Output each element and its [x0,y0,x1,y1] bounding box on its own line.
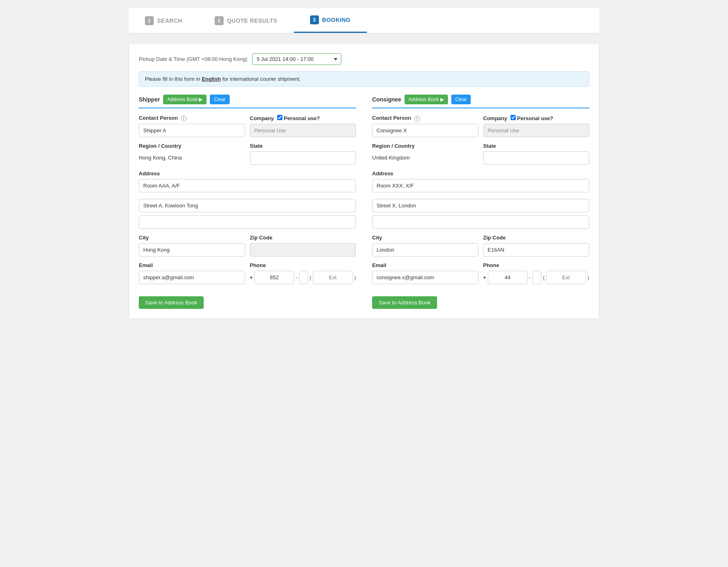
consignee-contact-input[interactable] [372,124,478,137]
step-booking-badge: 3 [310,15,319,24]
consignee-phone-number[interactable] [532,271,541,284]
pickup-label: Pickup Date & Time (GMT +08:00 Hong Kong… [139,56,247,62]
shipper-phone-number[interactable] [299,271,308,284]
consignee-company-group: Company Personal use? [483,115,590,137]
shipper-city-zip-row: City Zip Code [139,235,356,257]
consignee-section: Consignee Address Book ▶ Clear Contact P… [372,95,589,309]
info-text-before: Please fill in this form in [145,76,202,82]
step-booking[interactable]: 3 BOOKING [294,8,367,33]
shipper-address-group: Address [139,170,356,196]
consignee-state-group: State [483,143,590,165]
shipper-state-input[interactable] [250,151,356,165]
step-search[interactable]: 1 SEARCH [129,8,198,33]
info-link[interactable]: English [202,76,221,82]
consignee-zip-label: Zip Code [483,235,590,241]
consignee-city-label: City [372,235,478,241]
shipper-address-line1[interactable] [139,179,356,192]
shipper-zip-label: Zip Code [250,235,356,241]
shipper-company-group: Company Personal use? [250,115,356,137]
consignee-zip-input[interactable] [483,243,590,257]
consignee-clear-button[interactable]: Clear [451,95,471,104]
shipper-contact-label: Contact Person i [139,115,245,121]
consignee-address-line2[interactable] [372,199,589,212]
pickup-datetime-select[interactable]: 5 Jul 2021 14:00 - 17:00 [252,53,341,65]
consignee-email-phone-row: Email Phone + - ( ) [372,262,589,284]
consignee-contact-label: Contact Person i [372,115,478,121]
shipper-phone-group: Phone + - ( ) [250,262,356,284]
consignee-address-block: Address [372,170,589,229]
shipper-company-input[interactable] [250,124,356,137]
steps-navigation: 1 SEARCH 2 QUOTE RESULTS 3 BOOKING [129,8,599,33]
shipper-city-label: City [139,235,245,241]
shipper-contact-company-row: Contact Person i Company Personal use? [139,115,356,137]
shipper-personal-use-checkbox[interactable] [277,115,282,120]
shipper-phone-label: Phone [250,262,356,268]
consignee-contact-info-icon[interactable]: i [414,116,420,121]
main-card: Pickup Date & Time (GMT +08:00 Hong Kong… [129,43,599,319]
consignee-title: Consignee [372,96,401,103]
shipper-consignee-layout: Shipper Address Book ▶ Clear Contact Per… [139,95,589,309]
shipper-region-value: Hong Kong, China [139,151,245,164]
consignee-contact-company-row: Contact Person i Company Personal use? [372,115,589,137]
shipper-zip-input[interactable] [250,243,356,257]
consignee-company-label: Company [483,115,507,121]
shipper-phone-cc[interactable] [254,271,294,284]
shipper-city-group: City [139,235,245,257]
consignee-company-input[interactable] [483,124,590,137]
shipper-state-label: State [250,143,356,149]
shipper-address-line2[interactable] [139,199,356,212]
consignee-address-line3[interactable] [372,216,589,229]
shipper-clear-button[interactable]: Clear [210,95,230,104]
consignee-address-group: Address [372,170,589,196]
shipper-save-button[interactable]: Save to Address Book [139,296,204,309]
shipper-address-block: Address [139,170,356,229]
shipper-personal-use-label[interactable]: Personal use? [277,115,320,121]
consignee-phone-dash: - [529,274,531,280]
consignee-personal-use-checkbox[interactable] [510,115,516,120]
consignee-save-button[interactable]: Save to Address Book [372,296,437,309]
shipper-region-state-row: Region / Country Hong Kong, China State [139,143,356,165]
consignee-region-state-row: Region / Country United Kingdom State [372,143,589,165]
shipper-city-input[interactable] [139,243,245,257]
shipper-email-input[interactable] [139,271,245,284]
shipper-phone-row: + - ( ) [250,271,356,284]
shipper-email-phone-row: Email Phone + - ( ) [139,262,356,284]
shipper-phone-ext[interactable] [313,271,352,284]
consignee-phone-close-paren: ) [588,274,589,280]
shipper-header: Shipper Address Book ▶ Clear [139,95,356,108]
consignee-phone-group: Phone + - ( ) [483,262,590,284]
shipper-contact-input[interactable] [139,124,245,137]
consignee-city-group: City [372,235,478,257]
shipper-email-label: Email [139,262,245,268]
shipper-address-book-button[interactable]: Address Book ▶ [163,95,207,104]
consignee-phone-cc[interactable] [488,271,527,284]
consignee-personal-use-label[interactable]: Personal use? [510,115,554,121]
consignee-email-input[interactable] [372,271,478,284]
step-quote-results[interactable]: 2 QUOTE RESULTS [198,8,293,33]
shipper-phone-close-paren: ) [354,274,356,280]
consignee-address-book-button[interactable]: Address Book ▶ [405,95,448,104]
consignee-phone-ext[interactable] [546,271,586,284]
step-search-badge: 1 [145,16,154,25]
consignee-zip-group: Zip Code [483,235,590,257]
step-booking-label: BOOKING [322,17,351,23]
shipper-address-line3[interactable] [139,216,356,229]
consignee-contact-person-group: Contact Person i [372,115,478,137]
consignee-region-label: Region / Country [372,143,478,149]
contact-person-info-icon[interactable]: i [181,116,187,121]
consignee-phone-label: Phone [483,262,590,268]
consignee-state-input[interactable] [483,151,590,165]
info-text-after: for international courier shipment. [221,76,301,82]
shipper-address-label: Address [139,170,356,177]
shipper-section: Shipper Address Book ▶ Clear Contact Per… [139,95,356,309]
consignee-city-input[interactable] [372,243,478,257]
info-banner: Please fill in this form in English for … [139,71,589,86]
consignee-address-line1[interactable] [372,179,589,192]
shipper-phone-dash: - [296,274,297,280]
shipper-company-label: Company [250,115,274,121]
shipper-zip-group: Zip Code [250,235,356,257]
consignee-state-label: State [483,143,590,149]
shipper-phone-plus: + [250,274,253,280]
consignee-region-group: Region / Country United Kingdom [372,143,478,165]
consignee-phone-open-paren: ( [543,274,545,280]
